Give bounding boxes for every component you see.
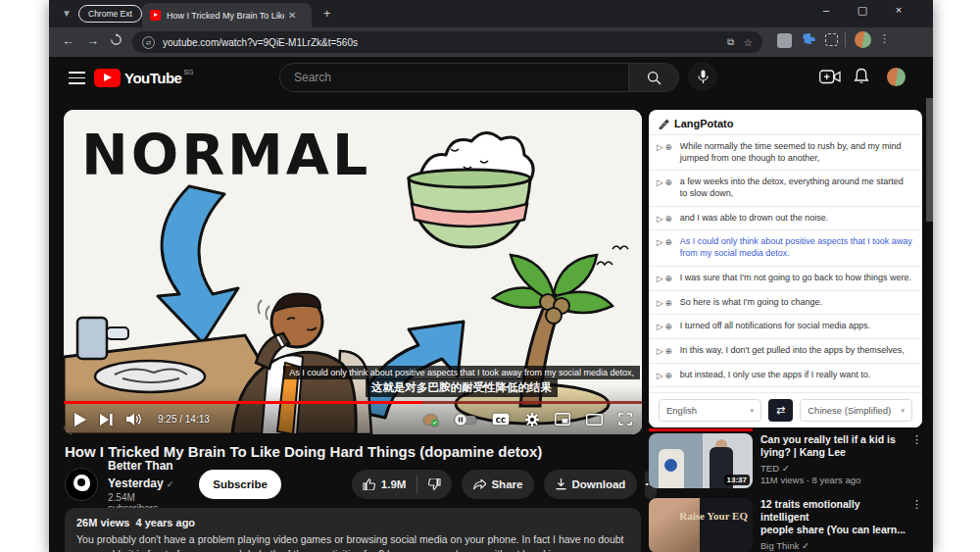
description-text: You probably don't have a problem playin… [76,532,629,552]
related-video-1[interactable]: 13:37 Can you really tell if a kid islyi… [649,433,922,488]
voice-search-button[interactable] [688,62,717,91]
watched-progress-bar [649,428,753,431]
langpotato-logo-icon [659,119,669,129]
window-maximize-button[interactable]: ▢ [853,4,872,17]
tab-close-icon[interactable]: ✕ [288,10,296,21]
share-button[interactable]: Share [462,470,534,499]
tab-search-icon[interactable]: ▼ [59,6,74,22]
langpotato-player-icon[interactable] [423,413,439,427]
thumbnail-text: Raise Your EQ [679,510,748,523]
panel-footer: English▾ ⇄ Chinese (Simplified)▾ [649,392,922,427]
play-line-icon: ▷ [657,177,665,187]
back-icon[interactable]: ← [62,33,74,49]
audio-line-icon: ⊕ [665,177,674,187]
browser-profile-avatar[interactable] [855,31,871,48]
bell-icon [854,68,869,85]
play-line-icon: ▷ [657,298,665,308]
related-video-2[interactable]: Raise Your EQ 12 traits emotionally inte… [649,498,922,552]
next-button[interactable] [100,414,113,426]
related-channel-2[interactable]: Big Think ✓ [760,540,911,551]
video-player[interactable]: NORMAL [64,110,642,434]
search-input[interactable] [294,71,614,84]
transcript-row[interactable]: ▷⊕I turned off all notifications for soc… [649,314,922,338]
window-close-button[interactable]: × [889,4,908,16]
transcript-row[interactable]: ▷⊕a few weeks into the detox, everything… [649,170,922,205]
bookmark-star-icon[interactable]: ☆ [744,37,753,48]
share-icon [473,479,486,490]
window-minimize-button[interactable]: – [816,4,836,16]
youtube-favicon-icon [150,10,161,21]
langpotato-panel: LangPotato ▷⊕While normally the time see… [649,110,922,427]
search-button[interactable] [628,63,679,92]
transcript-row-active[interactable]: ▷⊕As I could only think about positive a… [649,229,922,265]
account-avatar[interactable] [887,68,906,86]
like-count: 1.9M [381,478,407,490]
related-thumbnail-2[interactable]: Raise Your EQ [649,498,753,552]
audio-line-icon: ⊕ [665,371,674,380]
related-title-2[interactable]: 12 traits emotionally intelligentpeople … [760,498,911,536]
related-title-1[interactable]: Can you really tell if a kid islying? | … [760,433,911,459]
subscribe-button[interactable]: Subscribe [199,470,281,499]
caption-chinese: 这就是对多巴胺的耐受性降低的结果 [366,378,558,397]
play-line-icon: ▷ [657,274,665,283]
related-menu-icon[interactable]: ⋮ [911,498,922,552]
upload-age: 4 years ago [136,517,196,528]
new-tab-button[interactable]: + [323,6,331,21]
volume-icon[interactable] [126,413,142,426]
tab-chrome-ext[interactable]: Chrome Ext [78,5,142,23]
related-thumbnail-1[interactable]: 13:37 [649,433,753,488]
audio-line-icon: ⊕ [665,214,674,224]
download-button[interactable]: Download [544,470,637,499]
dislike-button[interactable] [417,470,452,499]
transcript-row[interactable]: ▷⊕In this way, I don't get pulled into t… [649,338,922,363]
caption-english: As I could only think about positive asp… [283,366,640,379]
description-box[interactable]: 26M views 4 years ago You probably don't… [65,508,641,552]
subtitles-button[interactable]: CC [492,413,510,426]
audio-line-icon: ⊕ [665,274,674,283]
theater-mode-button[interactable] [586,414,603,426]
related-menu-icon[interactable]: ⋮ [911,433,922,488]
create-button[interactable] [819,70,841,88]
verified-icon: ✓ [167,479,174,489]
source-language-select[interactable]: English▾ [659,399,761,422]
like-dislike-pill: 1.9M [352,470,453,499]
play-line-icon: ▷ [657,237,665,247]
reading-mode-icon[interactable] [825,33,838,46]
transcript-row[interactable]: ▷⊕and I was able to drown out the noise. [649,206,922,230]
extensions-puzzle-icon[interactable] [802,32,815,48]
youtube-logo[interactable]: YouTube SG [94,69,194,87]
channel-name[interactable]: Better Than Yesterday [108,459,173,490]
guide-menu-icon[interactable] [69,72,85,84]
reload-icon[interactable] [110,33,122,50]
search-box[interactable] [279,63,628,92]
transcript-row[interactable]: ▷⊕So here is what I'm going to change. [649,290,922,315]
miniplayer-button[interactable] [555,413,570,426]
send-to-device-icon[interactable]: ⧉ [727,36,734,48]
site-info-icon[interactable]: ⇄ [142,36,155,49]
chevron-down-icon: ▾ [901,407,905,415]
active-tab[interactable]: How I Tricked My Brain To Like ✕ [142,3,312,27]
like-button[interactable]: 1.9M [352,470,417,499]
fullscreen-button[interactable] [618,413,632,426]
time-display: 9:25 / 14:13 [158,414,210,425]
autoplay-toggle[interactable] [455,414,476,426]
tab-title: How I Tricked My Brain To Like [167,11,284,21]
transcript-row[interactable]: ▷⊕I was sure that I'm not going to go ba… [649,266,922,290]
address-bar[interactable]: ⇄ youtube.com/watch?v=9QiE-M1LrZk&t=560s… [132,31,762,53]
channel-avatar[interactable] [65,468,98,501]
play-button[interactable] [74,413,86,427]
swap-languages-button[interactable]: ⇄ [768,399,793,422]
notifications-button[interactable] [854,68,869,89]
related-meta-1: 11M views · 8 years ago [760,475,911,485]
chevron-down-icon: ▾ [751,407,755,415]
transcript-row[interactable]: ▷⊕While normally the time seemed to rush… [649,134,922,170]
related-channel-1[interactable]: TED ✓ [760,463,911,474]
settings-gear-icon[interactable] [525,413,539,427]
extension-icon[interactable] [777,33,792,48]
forward-icon[interactable]: → [86,33,99,49]
browser-menu-icon[interactable]: ⋮ [879,32,890,45]
url-text: youtube.com/watch?v=9QiE-M1LrZk&t=560s [163,37,717,48]
page-scrollbar[interactable] [926,98,933,222]
transcript-row[interactable]: ▷⊕but instead, I only use the apps if I … [649,363,922,387]
target-language-select[interactable]: Chinese (Simplified)▾ [800,399,912,422]
